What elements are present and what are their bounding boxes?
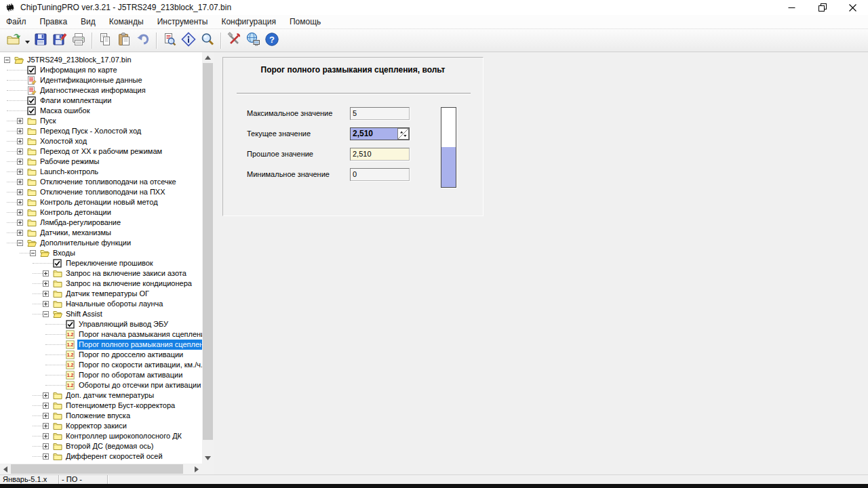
tree-item-label[interactable]: Переключение прошивок — [64, 258, 155, 268]
tree-item[interactable]: 1.2Порог полного размыкания сцепления — [0, 340, 202, 350]
tree-item-label[interactable]: Диагностическая информация — [39, 85, 147, 96]
network-button[interactable] — [243, 31, 262, 50]
tree-item[interactable]: Доп. датчик температуры — [0, 390, 202, 401]
scroll-right-icon[interactable] — [191, 464, 202, 474]
tree-item[interactable]: Идентификационные данные — [0, 75, 202, 85]
scroll-left-icon[interactable] — [0, 464, 11, 474]
tree-item-label[interactable]: Дифферент скоростей осей — [64, 451, 164, 462]
tree-item[interactable]: Диагностическая информация — [0, 85, 202, 96]
tree-item[interactable]: Рабочие режимы — [0, 157, 202, 167]
tree-item[interactable]: Датчики, механизмы — [0, 228, 202, 238]
tree-item[interactable]: Дифферент скоростей осей — [0, 451, 202, 462]
tree-item-label-selected[interactable]: Порог полного размыкания сцепления — [77, 340, 202, 350]
tree-item-label[interactable]: Отключение топливоподачи на ПХХ — [39, 187, 166, 197]
expand-toggle-icon[interactable] — [43, 392, 49, 399]
expand-toggle-icon[interactable] — [43, 270, 49, 277]
tree-item[interactable]: Положение впуска — [0, 411, 202, 421]
tree-item[interactable]: Потенциометр Буст-корректора — [0, 401, 202, 411]
tree-item[interactable]: Флаги комплектации — [0, 96, 202, 106]
expand-toggle-icon[interactable] — [17, 128, 23, 134]
expand-toggle-icon[interactable] — [17, 230, 23, 236]
menu-item-3[interactable]: Команды — [102, 15, 151, 28]
tree-item[interactable]: Переход Пуск - Холостой ход — [0, 126, 202, 136]
info-diamond-button[interactable] — [179, 31, 198, 50]
tree-item[interactable]: Переключение прошивок — [0, 258, 202, 268]
expand-toggle-icon[interactable] — [17, 118, 23, 124]
vertical-scroll-thumb[interactable] — [203, 63, 213, 440]
restore-button[interactable] — [807, 0, 837, 15]
tree-item[interactable]: Второй ДС (ведомая ось) — [0, 441, 202, 451]
collapse-toggle-icon[interactable] — [43, 311, 49, 317]
close-button[interactable] — [837, 0, 868, 15]
open-folder-button[interactable] — [4, 31, 23, 50]
spinner-updown-icon[interactable] — [397, 128, 409, 140]
tree-item-label[interactable]: Обороты до отсечки при активации — [77, 380, 202, 390]
tree-item[interactable]: Shift Assist — [0, 309, 202, 319]
tree-item[interactable]: J5TRS249_213block_17.07.bin — [0, 55, 202, 65]
expand-toggle-icon[interactable] — [43, 453, 49, 460]
current-value-field[interactable]: 2,510 — [350, 127, 410, 140]
tree-item[interactable]: Управляющий вывод ЭБУ — [0, 319, 202, 329]
menu-item-4[interactable]: Инструменты — [151, 15, 215, 28]
tree-item-label[interactable]: Shift Assist — [64, 309, 104, 319]
tree-item-label[interactable]: Датчики, механизмы — [39, 228, 113, 238]
tree-item-label[interactable]: Холостой ход — [39, 136, 88, 146]
tree-item-label[interactable]: Контроллер широкополосного ДК — [64, 431, 183, 441]
tree-item[interactable]: Начальные обороты лаунча — [0, 299, 202, 309]
expand-toggle-icon[interactable] — [17, 199, 23, 205]
tree-item-label[interactable]: Управляющий вывод ЭБУ — [77, 319, 170, 329]
tree-item[interactable]: Launch-контроль — [0, 167, 202, 177]
tree-item-label[interactable]: Второй ДС (ведомая ось) — [64, 441, 155, 451]
tree-item-label[interactable]: Лямбда-регулирование — [39, 218, 122, 228]
expand-toggle-icon[interactable] — [43, 301, 49, 307]
scroll-down-icon[interactable] — [202, 453, 214, 464]
tree-item-label[interactable]: Пуск — [39, 116, 58, 126]
tree-item[interactable]: Информация по карте — [0, 65, 202, 75]
tree-item[interactable]: Холостой ход — [0, 136, 202, 146]
tree-item-label[interactable]: Положение впуска — [64, 411, 132, 421]
help-button[interactable]: ? — [262, 31, 281, 50]
tree-item[interactable]: Переход от ХХ к рабочим режимам — [0, 146, 202, 157]
tree-item-label[interactable]: Контроль детонации — [39, 207, 113, 218]
collapse-toggle-icon[interactable] — [17, 240, 23, 246]
save-button[interactable] — [31, 31, 50, 50]
tree-item[interactable]: 1.2Порог начала размыкания сцепления — [0, 329, 202, 340]
minimize-button[interactable] — [776, 0, 807, 15]
tree-item[interactable]: Отключение топливоподачи на отсечке — [0, 177, 202, 187]
tree-item[interactable]: 1.2Порог по скорости активации, км./ч. — [0, 360, 202, 370]
expand-toggle-icon[interactable] — [17, 138, 23, 144]
tree-item-label[interactable]: Порог по оборотам активации — [77, 370, 184, 380]
tree-item[interactable]: Пуск — [0, 116, 202, 126]
print-button[interactable] — [69, 31, 88, 50]
tree-item-label[interactable]: Дополнительные функции — [39, 238, 132, 248]
expand-toggle-icon[interactable] — [17, 189, 23, 195]
tree-item-label[interactable]: Переход от ХХ к рабочим режимам — [39, 146, 163, 157]
tree-item-label[interactable]: Потенциометр Буст-корректора — [64, 401, 176, 411]
dropdown-arrow-button[interactable] — [23, 31, 31, 50]
tree-item-label[interactable]: Запрос на включение закиси азота — [64, 268, 188, 279]
collapse-toggle-icon[interactable] — [4, 57, 10, 63]
tree-item-label[interactable]: Корректор закиси — [64, 421, 128, 431]
tree-item-label[interactable]: Маска ошибок — [39, 106, 91, 116]
expand-toggle-icon[interactable] — [17, 209, 23, 216]
tree-item-label[interactable]: Порог по скорости активации, км./ч. — [77, 360, 202, 370]
parameter-tree[interactable]: J5TRS249_213block_17.07.binИнформация по… — [0, 52, 202, 464]
preview-document-button[interactable] — [160, 31, 179, 50]
tools-button[interactable] — [224, 31, 243, 50]
menu-item-5[interactable]: Конфигурация — [214, 15, 283, 28]
undo-button[interactable] — [134, 31, 153, 50]
tree-item[interactable]: Датчик температуры ОГ — [0, 289, 202, 299]
expand-toggle-icon[interactable] — [43, 443, 49, 449]
tree-item[interactable]: Корректор закиси — [0, 421, 202, 431]
tree-item[interactable]: Запрос на включение кондиционера — [0, 279, 202, 289]
expand-toggle-icon[interactable] — [17, 220, 23, 226]
tree-item[interactable]: Маска ошибок — [0, 106, 202, 116]
tree-item-label[interactable]: Флаги комплектации — [39, 96, 113, 106]
tree-item[interactable]: Дополнительные функции — [0, 238, 202, 248]
horizontal-scroll-thumb[interactable] — [11, 464, 183, 474]
tree-item-label[interactable]: Рабочие режимы — [39, 157, 100, 167]
expand-toggle-icon[interactable] — [17, 179, 23, 185]
tree-item-label[interactable]: Запрос на включение кондиционера — [64, 279, 193, 289]
tree-item-label[interactable]: Входы — [52, 248, 77, 258]
menu-item-0[interactable]: Файл — [0, 15, 33, 28]
